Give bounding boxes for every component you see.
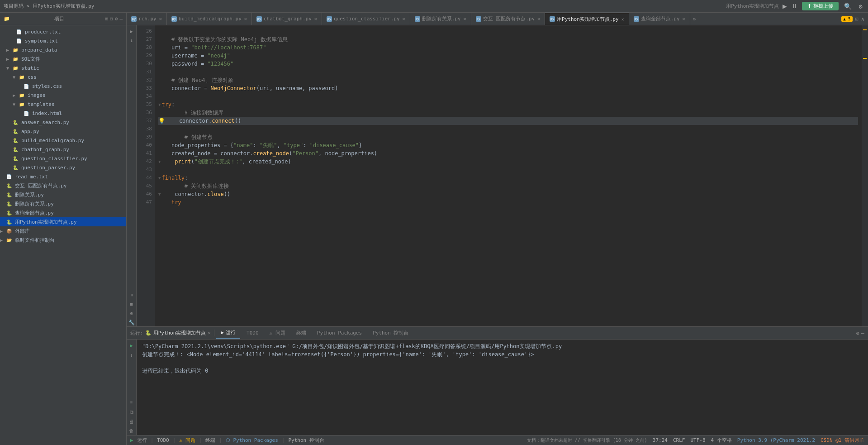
tree-item-static[interactable]: ▼ 📁 static	[0, 63, 126, 72]
terminal-tab-problems[interactable]: ⚠ 问题	[265, 328, 290, 338]
fold-arrow-46[interactable]: ▼	[158, 190, 161, 198]
fold-arrow-35[interactable]: ▼	[158, 100, 161, 109]
action-btn-4[interactable]: 🔧	[128, 318, 136, 326]
python-version-label[interactable]: Python 3.9 (PyCharm 2021.2	[737, 437, 815, 443]
tab-query-all[interactable]: py 查询全部节点.py ✕	[629, 13, 690, 25]
terminal-close-icon[interactable]: —	[861, 330, 864, 336]
debug-icon[interactable]: ⏸	[792, 3, 797, 10]
tree-item-question-parser[interactable]: 🐍 question_parser.py	[0, 163, 126, 172]
tree-item-delete-rel[interactable]: 🐍 删除关系.py	[0, 190, 126, 199]
tree-item-index-html[interactable]: 📄 index.html	[0, 109, 126, 118]
fold-arrow-44[interactable]: ▼	[158, 174, 161, 182]
tree-item-external-lib[interactable]: ▶ 📦 外部库	[0, 226, 126, 235]
indent-label[interactable]: 4 个空格	[711, 437, 732, 444]
tab-chatbot[interactable]: py chatbot_graph.py ✕	[252, 13, 322, 25]
terminal-content[interactable]: "D:\PyCharm 2021.2.1\venv\Scripts\python…	[137, 340, 868, 435]
terminal-tab-run[interactable]: ▶ 运行	[216, 327, 240, 339]
right-scrollbar[interactable]	[862, 25, 868, 326]
scroll-down-btn[interactable]: ↓	[128, 36, 136, 44]
tab-question-classifier[interactable]: py question_classifier.py ✕	[322, 13, 410, 25]
warning-status[interactable]: ⚠ 问题	[179, 437, 195, 444]
action-btn-1[interactable]: ≡	[128, 291, 136, 299]
tab-build-medicalgraph[interactable]: py build_medicalgraph.py ✕	[167, 13, 252, 25]
terminal-settings-icon[interactable]: ⚙	[856, 330, 859, 336]
terminal-tab-terminal[interactable]: 终端	[292, 328, 311, 338]
tree-item-build-medicalgraph[interactable]: 🐍 build_medicalgraph.py	[0, 136, 126, 145]
tree-item-images[interactable]: ▶ 📁 images	[0, 91, 126, 100]
chevron-up-icon[interactable]: ∧	[861, 16, 864, 22]
tree-item-query-all[interactable]: 🐍 查询全部节点.py	[0, 208, 126, 217]
folder-icon: 📁	[13, 57, 20, 62]
run-action-btn[interactable]: ▶	[128, 27, 136, 35]
tree-item-question-classifier[interactable]: 🐍 question_classifier.py	[0, 154, 126, 163]
expand-icon[interactable]: ⊡	[855, 16, 859, 22]
settings-icon[interactable]: ⚙	[857, 2, 864, 11]
close-icon[interactable]: ✕	[683, 16, 685, 21]
line-ending-label[interactable]: CRLF	[673, 437, 685, 443]
tree-item-chatbot[interactable]: 🐍 chatbot_graph.py	[0, 145, 126, 154]
close-icon[interactable]: ✕	[159, 16, 162, 21]
tree-item-app[interactable]: 🐍 app.py	[0, 127, 126, 136]
todo-label[interactable]: TODO	[157, 437, 169, 443]
tree-item-answer-search[interactable]: 🐍 answer_search.py	[0, 118, 126, 127]
tree-item-temp[interactable]: ▶ 📂 临时文件和控制台	[0, 235, 126, 244]
run-icon[interactable]: ▶	[783, 2, 787, 10]
code-editor[interactable]: 26 27 28 29 30 31 32 33 34 35 36 37 38 3…	[137, 25, 862, 326]
file-arrow	[6, 165, 13, 170]
scroll-down-btn[interactable]: ↓	[128, 351, 136, 359]
clear-btn[interactable]: 🗑	[128, 427, 136, 435]
python-packages-label[interactable]: ⬡ Python Packages	[226, 437, 278, 443]
tree-item-producer[interactable]: 📄 producer.txt	[0, 27, 126, 36]
print-btn[interactable]: 🖨	[128, 417, 136, 426]
run-btn[interactable]: ▶	[128, 341, 136, 349]
file-arrow	[6, 129, 13, 134]
tree-item-readme[interactable]: 📄 read me.txt	[0, 172, 126, 181]
close-icon[interactable]: ✕	[403, 16, 405, 21]
terminal-label[interactable]: 终端	[205, 437, 215, 444]
tab-delete-all-rel[interactable]: py 删除所有关系.py ✕	[410, 13, 471, 25]
terminal-tab-python-packages[interactable]: Python Packages	[313, 328, 366, 338]
copy-btn[interactable]: ⧉	[128, 408, 136, 416]
close-icon[interactable]: ✕	[314, 16, 317, 21]
action-btn-2[interactable]: ≡	[128, 300, 136, 308]
tree-item-sql[interactable]: ▶ 📁 SQL文件	[0, 54, 126, 63]
tree-item-interact-match[interactable]: 🐍 交互 匹配所有节点.py	[0, 181, 126, 190]
terminal-tab-todo[interactable]: TODO	[242, 328, 263, 338]
fold-arrow-42[interactable]: ▼	[158, 158, 161, 166]
sidebar-close-icon[interactable]: —	[119, 16, 123, 22]
sidebar-expand-icon[interactable]: ⊞	[105, 16, 109, 22]
upload-button[interactable]: ⬆ 拖拽上传	[802, 2, 839, 10]
tab-rch[interactable]: py rch.py ✕	[127, 13, 167, 25]
sidebar-settings-icon[interactable]: ⚙	[115, 16, 118, 22]
tree-item-prepare-data[interactable]: ▶ 📁 prepare_data	[0, 45, 126, 54]
sidebar-collapse-icon[interactable]: ⊟	[110, 16, 113, 22]
close-icon[interactable]: ✕	[244, 16, 247, 21]
terminal-tab-python-console[interactable]: Python 控制台	[368, 328, 413, 338]
filter-btn[interactable]: ≡	[128, 398, 136, 407]
tab-add-node[interactable]: py 用Python实现增加节点.py ✕	[545, 13, 629, 25]
code-content[interactable]: # 替换以下变量为你的实际 Neo4j 数据库信息 uri = "bolt://…	[155, 25, 862, 326]
python-console-label[interactable]: Python 控制台	[288, 437, 324, 444]
tree-item-symptom[interactable]: 📄 symptom.txt	[0, 36, 126, 45]
tree-item-css[interactable]: ▼ 📁 css	[0, 72, 126, 81]
status-bar-right: 文档：翻译文档未超时 // 切换翻译引擎 (18 分钟 之前) 37:24 CR…	[527, 437, 864, 444]
tab-interact-match[interactable]: py 交互 匹配所有节点.py ✕	[471, 13, 545, 25]
tree-item-styles[interactable]: 📄 styles.css	[0, 81, 126, 91]
tree-item-templates[interactable]: ▼ 📁 templates	[0, 100, 126, 109]
py-icon: 🐍	[13, 147, 20, 152]
breadcrumb-text: 项目源码 > 用Python实现增加节点.py	[4, 3, 94, 10]
close-icon[interactable]: ✕	[537, 16, 540, 21]
position-label[interactable]: 37:24	[653, 437, 668, 443]
tree-item-add-node[interactable]: 🐍 用Python实现增加节点.py	[0, 217, 126, 226]
tree-item-delete-all-rel[interactable]: 🐍 删除所有关系.py	[0, 199, 126, 208]
action-btn-3[interactable]: ⚙	[128, 309, 136, 317]
search-icon[interactable]: 🔍	[842, 2, 854, 11]
code-line-31	[158, 68, 858, 76]
close-icon[interactable]: ✕	[464, 16, 466, 21]
close-tab-icon[interactable]: ✕	[208, 330, 210, 335]
tab-more-button[interactable]: »	[690, 16, 699, 22]
close-icon[interactable]: ✕	[621, 17, 624, 22]
run-tab-label[interactable]: 运行	[137, 437, 147, 444]
encoding-label[interactable]: UTF-8	[690, 437, 705, 443]
py-icon: 🐍	[13, 138, 20, 143]
